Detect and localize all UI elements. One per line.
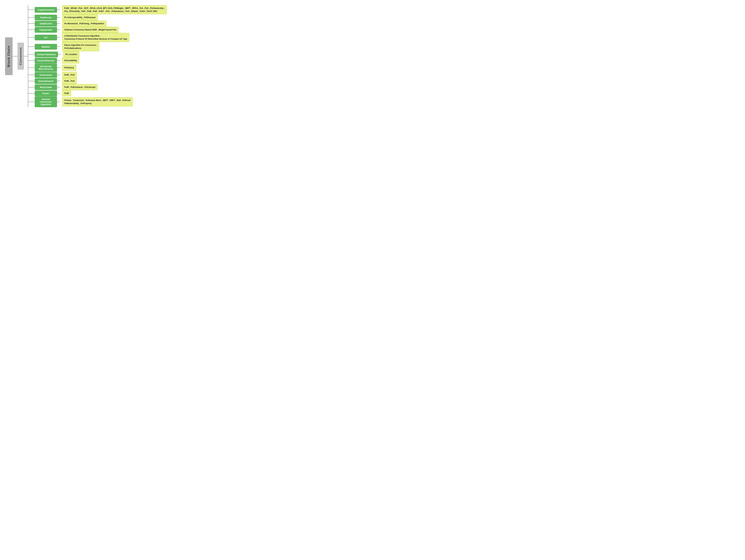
category-box: Bigdata bbox=[35, 44, 57, 49]
h-tick bbox=[28, 60, 35, 61]
category-box: General Consensus Algorithm bbox=[35, 96, 57, 107]
h-tick bbox=[28, 17, 35, 18]
h-connector bbox=[57, 24, 60, 24]
h-connector bbox=[58, 54, 61, 55]
h-tick bbox=[28, 30, 35, 30]
category-box: Governance bbox=[35, 72, 57, 78]
h-connector bbox=[57, 75, 60, 75]
h-connector bbox=[57, 87, 60, 88]
tree-row: IoTA Distributive Consensus Algorithm , … bbox=[28, 33, 167, 42]
h-connector bbox=[57, 68, 60, 68]
h-connector bbox=[57, 37, 60, 38]
h-tick bbox=[28, 87, 35, 88]
h-tick bbox=[28, 54, 35, 55]
h-tick bbox=[28, 24, 35, 24]
value-box: PoVote , Tendermint , PoHuman Work , SBF… bbox=[62, 97, 133, 106]
value-box: PoW , PoS bbox=[62, 72, 77, 78]
h-connector bbox=[57, 60, 60, 61]
category-box: Entertainment bbox=[35, 78, 57, 84]
value-box: Software Consensus Based GDM , Weight ba… bbox=[62, 27, 119, 33]
value-box: PoW bbox=[62, 90, 71, 96]
category-box: Healthcare bbox=[35, 15, 57, 20]
h-tick bbox=[28, 68, 35, 68]
value-box: Paxos Algorithm For Consensus , PoCollab… bbox=[62, 42, 99, 51]
tree-row: Cellular NetworksPo Location bbox=[28, 51, 167, 58]
h-connector bbox=[57, 30, 60, 30]
h-tick bbox=[28, 93, 35, 94]
tree-row: BigdataPaxos Algorithm For Consensus , P… bbox=[28, 42, 167, 51]
consensus-label: Consensus bbox=[18, 43, 24, 69]
value-box: Po Location bbox=[63, 51, 79, 58]
value-box: PoW , PoS bbox=[62, 78, 77, 84]
h-tick bbox=[28, 9, 35, 10]
tree-area: CryptocurrencyPoW , DPoW , PoS , SCP , D… bbox=[28, 5, 167, 107]
consensus-h-connector bbox=[24, 56, 28, 57]
rows-area: CryptocurrencyPoW , DPoW , PoS , SCP , D… bbox=[28, 5, 167, 107]
category-box: Cellular Networks bbox=[35, 51, 58, 57]
h-connector bbox=[57, 9, 60, 10]
h-connector bbox=[57, 17, 60, 18]
h-tick bbox=[28, 75, 35, 75]
tree-row: Real EstatePoW , PoExistance , PoConcept bbox=[28, 84, 167, 90]
h-tick bbox=[28, 37, 35, 38]
tree-row: EntertainmentPoW , PoS bbox=[28, 78, 167, 84]
category-box: Power bbox=[35, 91, 57, 96]
value-box: PoW , PoExistance , PoConcept bbox=[62, 84, 98, 90]
tree-row: HealthcarePo interoperability , PoDiesea… bbox=[28, 14, 167, 21]
h-connector bbox=[57, 81, 60, 81]
value-box: PoHistory bbox=[62, 65, 76, 71]
h-connector bbox=[57, 93, 60, 94]
h-tick bbox=[28, 102, 35, 102]
h-connector bbox=[57, 102, 60, 102]
tree-row: GovernancePoW , PoS bbox=[28, 72, 167, 78]
tree-row: Social NetworksPoCredibility bbox=[28, 58, 167, 64]
category-box: VANETs/ITS bbox=[35, 21, 57, 27]
value-box: A Distributive Consensus Algorithm , Con… bbox=[62, 33, 129, 42]
h-tick bbox=[28, 46, 35, 47]
tree-row: PowerPoW bbox=[28, 90, 167, 96]
category-box: Social Networks bbox=[35, 58, 57, 63]
tree-row: Distributed Web ServicesPoHistory bbox=[28, 64, 167, 72]
value-box: PoCredibility bbox=[62, 58, 79, 64]
category-box: IoT bbox=[35, 35, 57, 40]
diagram: Block Chain Consensus CryptocurrencyPoW … bbox=[5, 5, 740, 107]
value-box: Po Movement , PoDriving , PoReputation bbox=[62, 21, 106, 27]
category-box: Supplychain bbox=[35, 27, 57, 33]
category-box: Cryptocurrency bbox=[35, 7, 57, 13]
h-tick bbox=[28, 81, 35, 81]
tree-row: VANETs/ITSPo Movement , PoDriving , PoRe… bbox=[28, 21, 167, 27]
category-box: Distributed Web Services bbox=[35, 64, 57, 72]
h-connector bbox=[57, 46, 60, 47]
value-box: PoW , DPoW , PoS , SCP , DPoS, LPoS, BFT… bbox=[62, 5, 167, 14]
tree-row: SupplychainSoftware Consensus Based GDM … bbox=[28, 27, 167, 33]
value-box: Po interoperability , PoDiesease bbox=[62, 14, 98, 21]
category-box: Real Estate bbox=[35, 84, 57, 90]
tree-row: CryptocurrencyPoW , DPoW , PoS , SCP , D… bbox=[28, 5, 167, 14]
root-h-connector bbox=[12, 56, 18, 57]
tree-row: General Consensus AlgorithmPoVote , Tend… bbox=[28, 96, 167, 107]
root-label: Block Chain bbox=[5, 37, 12, 75]
